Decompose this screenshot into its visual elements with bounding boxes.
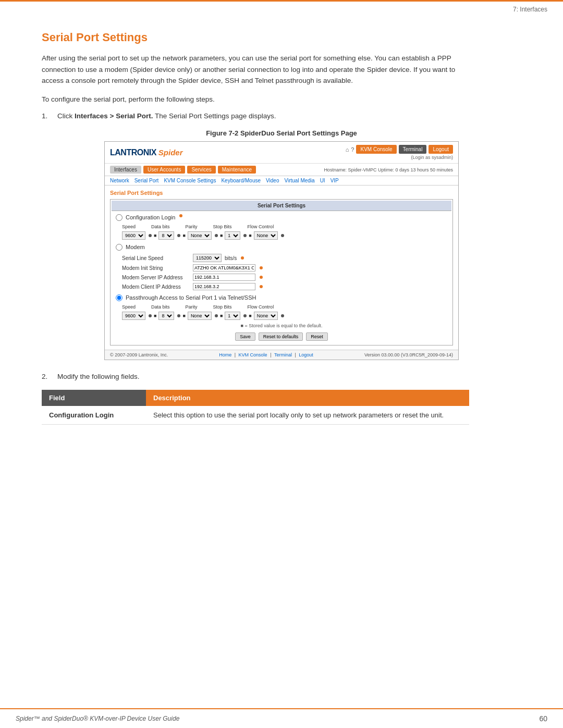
speed-row-1: 9600 ■ 8 ■ None: [112, 230, 451, 241]
serial-speed-dot: [241, 256, 244, 260]
config-login-radio[interactable]: [116, 214, 123, 221]
help-icon[interactable]: ?: [351, 146, 354, 153]
passthrough-radio[interactable]: [116, 294, 123, 301]
home-icon[interactable]: ⌂: [346, 146, 349, 153]
main-content: Serial Port Settings After using the ser…: [0, 15, 563, 456]
login-note: (Login as sysadmin): [411, 155, 453, 160]
modem-client-row: Modem Client IP Address 192.168.3.2: [112, 282, 451, 291]
step-1: 1. Click Interfaces > Serial Port. The S…: [42, 112, 521, 120]
databits2-col-label: Data bits: [151, 304, 170, 310]
tab-interfaces[interactable]: Interfaces: [110, 166, 141, 174]
ss-section-title: Serial Port Settings: [110, 190, 453, 196]
modem-server-input[interactable]: 192.168.3.1: [193, 274, 255, 281]
footer-logout-link[interactable]: Logout: [299, 352, 313, 357]
serial-line-speed-select[interactable]: 115200: [193, 254, 222, 262]
speed-row-2: 9600 ■ 8 ■ None: [112, 311, 451, 321]
table-row: Configuration Login Select this option t…: [42, 406, 469, 425]
footer-home-link[interactable]: Home: [219, 352, 231, 357]
hostname-info: Hostname: Spider-VMPC Uptime: 0 days 13 …: [324, 167, 453, 172]
save-button[interactable]: Save: [235, 332, 255, 341]
dot-sep-8: ■: [249, 313, 251, 318]
tab-services[interactable]: Services: [187, 166, 215, 174]
tab-maintenance[interactable]: Maintenance: [218, 166, 256, 174]
stopbits2-dot: [243, 314, 247, 317]
modem-init-row: Modem Init String ATZH0 OK ATL0M0&K3X1 O…: [112, 263, 451, 273]
stored-note: ■ = Stored value is equal to the default…: [112, 322, 451, 329]
modem-init-dot: [260, 266, 263, 269]
header-btn-row: ⌂ ? KVM Console Terminal Logout: [346, 145, 453, 154]
databits2-select[interactable]: 8: [158, 312, 174, 320]
speed2-select[interactable]: 9600: [122, 312, 145, 320]
flowcontrol2-dot: [281, 314, 284, 317]
modem-client-input[interactable]: 192.168.3.2: [193, 283, 255, 290]
subnav-kvm[interactable]: KVM Console Settings: [164, 178, 216, 183]
config-login-label: Configuration Login: [126, 214, 175, 220]
dot-sep-7: ■: [220, 313, 223, 318]
parity1-select[interactable]: None: [188, 231, 212, 240]
databits1-select[interactable]: 8: [158, 231, 174, 240]
modem-server-label: Modem Server IP Address: [122, 275, 190, 280]
modem-radio[interactable]: [116, 244, 123, 251]
subnav-ui[interactable]: UI: [320, 178, 325, 183]
intro-paragraph-2: To configure the serial port, perform th…: [42, 94, 469, 105]
terminal-button[interactable]: Terminal: [399, 145, 427, 154]
step-2-text: Modify the following fields.: [57, 373, 140, 380]
serial-speed-row: Serial Line Speed 115200 bits/s: [112, 253, 451, 263]
intro-paragraph-1: After using the serial port to set up th…: [42, 53, 469, 87]
col-desc: Description: [146, 390, 469, 406]
flowcontrol1-select[interactable]: None: [254, 231, 278, 240]
figure-caption: Figure 7-2 SpiderDuo Serial Port Setting…: [42, 129, 521, 137]
reset-button[interactable]: Reset: [306, 332, 328, 341]
ss-footer: © 2007-2009 Lantronix, Inc. Home | KVM C…: [105, 350, 458, 360]
logo-spider-icon: Spider: [158, 148, 183, 157]
table-body: Configuration Login Select this option t…: [42, 406, 469, 425]
footer-terminal-link[interactable]: Terminal: [274, 352, 292, 357]
reset-defaults-button[interactable]: Reset to defaults: [259, 332, 303, 341]
subnav-network[interactable]: Network: [110, 178, 129, 183]
logout-button[interactable]: Logout: [429, 145, 453, 154]
dot-sep-5: ■: [154, 313, 156, 318]
footer-kvm-link[interactable]: KVM Console: [239, 352, 267, 357]
kvm-console-button[interactable]: KVM Console: [356, 145, 396, 154]
step-1-num: 1.: [42, 112, 47, 120]
spider-header: LANTRONIX Spider ⌂ ? KVM Console Termina…: [105, 142, 458, 164]
config-login-indicator: [179, 214, 182, 217]
subnav-serial[interactable]: Serial Port: [134, 178, 159, 183]
desc-config-login: Select this option to use the serial por…: [146, 406, 469, 425]
section-label: 7: Interfaces: [513, 6, 547, 13]
steps-list: 1. Click Interfaces > Serial Port. The S…: [42, 112, 521, 120]
field-config-login: Configuration Login: [42, 406, 146, 425]
subnav-virtual[interactable]: Virtual Media: [284, 178, 314, 183]
parity2-dot: [215, 314, 218, 317]
modem-init-label: Modem Init String: [122, 265, 190, 271]
sp-table-header: Serial Port Settings: [112, 201, 451, 211]
footer-links: Home | KVM Console | Terminal | Logout: [217, 352, 315, 357]
nav-tabs-row: Interfaces User Accounts Services Mainte…: [105, 164, 458, 176]
stored-note-row: ■ = Stored value is equal to the default…: [112, 322, 451, 344]
subnav-keyboard[interactable]: Keyboard/Mouse: [221, 178, 261, 183]
modem-init-input[interactable]: ATZH0 OK ATL0M0&K3X1 OK: [193, 264, 255, 272]
stopbits1-dot: [243, 234, 247, 237]
modem-client-label: Modem Client IP Address: [122, 284, 190, 290]
step-2: 2. Modify the following fields.: [42, 373, 521, 380]
step2-list: 2. Modify the following fields.: [42, 373, 521, 380]
subnav-vip[interactable]: VIP: [331, 178, 339, 183]
dot-sep-1: ■: [154, 233, 156, 238]
step-2-num: 2.: [42, 373, 47, 380]
tab-user-accounts[interactable]: User Accounts: [143, 166, 185, 174]
parity-col-label: Parity: [186, 224, 198, 229]
modem-client-dot: [260, 285, 263, 288]
subnav-video[interactable]: Video: [266, 178, 279, 183]
flowcontrol2-select[interactable]: None: [254, 312, 278, 320]
step-1-bold: Interfaces > Serial Port.: [75, 112, 153, 120]
nav-tabs-left: Interfaces User Accounts Services Mainte…: [110, 166, 256, 174]
col-field: Field: [42, 390, 146, 406]
modem-radio-row: Modem: [112, 242, 451, 253]
parity2-select[interactable]: None: [188, 312, 212, 320]
speed1-select[interactable]: 9600: [122, 231, 145, 240]
stopbits2-select[interactable]: 1: [225, 312, 240, 320]
stopbits1-select[interactable]: 1: [225, 231, 240, 240]
page-footer: Spider™ and SpiderDuo® KVM-over-IP Devic…: [0, 708, 563, 728]
speed1-dot: [149, 234, 152, 237]
spider-logo: LANTRONIX Spider: [110, 148, 183, 157]
